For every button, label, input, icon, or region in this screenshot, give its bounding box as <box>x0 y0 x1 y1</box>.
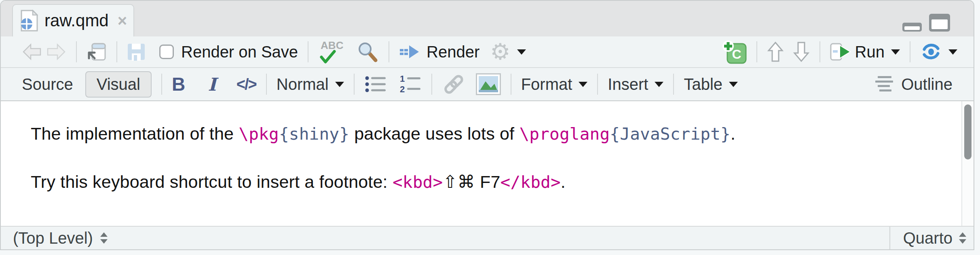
render-on-save-checkbox[interactable] <box>159 45 174 59</box>
link-icon[interactable] <box>442 73 465 96</box>
navigate-down-icon[interactable] <box>793 41 810 63</box>
bold-button[interactable]: B <box>172 73 185 95</box>
scope-updown-icon <box>99 232 108 244</box>
visual-editor-toolbar: Source Visual B I </> Normal <box>1 68 974 101</box>
main-toolbar: Render on Save ABC <box>1 36 974 68</box>
tab-raw-qmd[interactable]: raw.qmd × <box>12 4 134 36</box>
outline-icon <box>874 75 895 93</box>
run-icon <box>830 42 851 62</box>
paragraph-2: Try this keyboard shortcut to insert a f… <box>31 170 929 194</box>
render-options-gear-icon[interactable]: ⚙ <box>490 40 510 63</box>
quarto-file-icon <box>20 10 38 32</box>
tab-bar: raw.qmd × <box>1 1 974 36</box>
run-label: Run <box>855 43 885 61</box>
insert-caret-icon <box>655 82 663 87</box>
numbered-list-icon[interactable]: 1 2 <box>399 74 422 94</box>
text-run: package uses lots of <box>349 124 519 143</box>
table-caret-icon <box>729 82 738 87</box>
html-tag-close: </kbd> <box>501 172 561 192</box>
find-replace-icon[interactable] <box>357 41 379 63</box>
paragraph-style-dropdown[interactable]: Normal <box>277 75 344 94</box>
table-menu[interactable]: Table <box>684 75 738 94</box>
rerun-source-icon[interactable] <box>920 41 942 62</box>
spellcheck-icon[interactable]: ABC <box>318 40 346 64</box>
text-run: . <box>731 124 735 143</box>
maximize-pane-icon[interactable] <box>929 14 950 32</box>
svg-text:1: 1 <box>400 74 405 84</box>
text-run: The implementation of the <box>31 124 239 143</box>
status-bar: (Top Level) Quarto <box>1 226 974 249</box>
keyboard-shortcut: ⇧⌘ F7 <box>443 172 500 191</box>
render-icon <box>399 43 420 61</box>
render-on-save-label: Render on Save <box>181 43 298 61</box>
source-editor-pane: raw.qmd × <box>0 0 974 250</box>
svg-text:C: C <box>732 47 741 62</box>
insert-chunk-icon[interactable]: C <box>722 40 747 64</box>
latex-command: \pkg <box>239 124 279 144</box>
navigate-up-icon[interactable] <box>767 41 784 63</box>
paragraph-style-caret-icon <box>335 82 344 87</box>
scope-label: (Top Level) <box>13 229 93 247</box>
tab-title: raw.qmd <box>44 11 109 30</box>
minimize-pane-icon[interactable] <box>902 23 922 32</box>
forward-icon[interactable] <box>46 43 66 61</box>
insert-menu[interactable]: Insert <box>608 75 663 94</box>
format-updown-icon <box>958 232 967 244</box>
back-icon[interactable] <box>22 43 42 61</box>
html-tag-open: <kbd> <box>393 172 443 192</box>
rerun-caret-icon[interactable] <box>948 49 957 55</box>
scrollbar[interactable] <box>961 101 974 226</box>
paragraph-1: The implementation of the \pkg{shiny} pa… <box>31 121 929 146</box>
format-mode-label: Quarto <box>903 229 953 247</box>
editor-content[interactable]: The implementation of the \pkg{shiny} pa… <box>1 101 974 226</box>
tab-close-icon[interactable]: × <box>118 13 127 29</box>
run-button[interactable]: Run <box>830 42 900 62</box>
format-mode-selector[interactable]: Quarto <box>889 227 974 249</box>
window-buttons <box>902 14 950 32</box>
visual-mode-button[interactable]: Visual <box>85 71 152 98</box>
text-run: . <box>561 172 566 191</box>
italic-button[interactable]: I <box>208 74 216 95</box>
latex-argument: {JavaScript} <box>610 124 731 144</box>
scrollbar-thumb[interactable] <box>964 104 972 159</box>
render-button[interactable]: Render <box>399 43 479 61</box>
image-icon[interactable] <box>476 73 501 95</box>
scope-selector[interactable]: (Top Level) <box>1 229 889 247</box>
open-in-new-window-icon[interactable] <box>87 42 107 62</box>
source-mode-button[interactable]: Source <box>22 75 73 94</box>
format-caret-icon <box>579 82 587 87</box>
render-options-caret-icon[interactable] <box>517 49 526 55</box>
latex-command: \proglang <box>519 124 610 144</box>
text-run: Try this keyboard shortcut to insert a f… <box>31 172 393 191</box>
save-icon[interactable] <box>127 43 146 61</box>
svg-text:2: 2 <box>400 84 405 94</box>
latex-argument: {shiny} <box>279 124 349 144</box>
bullet-list-icon[interactable] <box>364 74 387 94</box>
format-menu[interactable]: Format <box>521 75 588 94</box>
outline-toggle[interactable]: Outline <box>874 75 953 94</box>
render-label: Render <box>427 43 479 61</box>
code-button[interactable]: </> <box>237 76 256 93</box>
document-body: The implementation of the \pkg{shiny} pa… <box>1 101 974 194</box>
run-caret-icon <box>891 49 900 55</box>
rstudio-editor-pane: raw.qmd × <box>0 0 980 255</box>
